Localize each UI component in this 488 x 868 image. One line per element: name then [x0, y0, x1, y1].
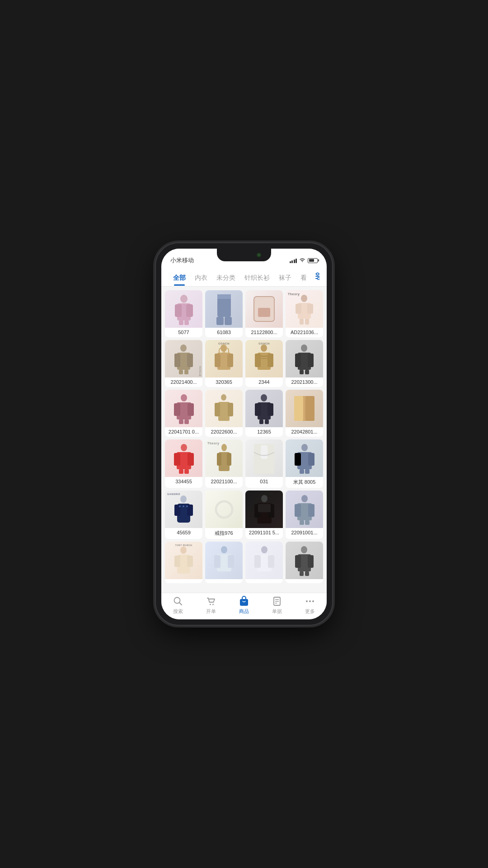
svg-rect-24 [300, 319, 304, 325]
product-card[interactable]: 米其 8005 [286, 439, 323, 488]
product-card[interactable]: Theory AD221036... [286, 290, 323, 337]
more-icon [305, 596, 315, 607]
product-card[interactable]: 22091101 5... [245, 491, 283, 539]
product-card[interactable]: SANDRO 45659 [165, 491, 202, 539]
tab-all[interactable]: 全部 [169, 269, 190, 286]
product-card[interactable] [205, 542, 243, 583]
nav-documents[interactable]: 单据 [261, 596, 294, 615]
svg-point-3 [317, 273, 319, 275]
nav-search-label: 搜索 [173, 608, 183, 615]
svg-point-20 [301, 295, 307, 302]
nav-documents-label: 单据 [272, 608, 282, 615]
svg-rect-80 [261, 445, 267, 459]
svg-point-5 [318, 278, 320, 280]
product-id [286, 579, 323, 583]
svg-rect-71 [174, 453, 180, 466]
tab-socks[interactable]: 袜子 [274, 269, 296, 286]
product-card[interactable]: ICICLE 22021400... [165, 340, 202, 387]
nav-order[interactable]: 开单 [194, 596, 227, 615]
svg-point-87 [180, 495, 187, 503]
product-card[interactable]: 22041701 0... [165, 390, 202, 437]
svg-point-111 [221, 546, 227, 553]
product-card[interactable]: 12365 [245, 390, 283, 437]
svg-rect-117 [254, 555, 261, 568]
product-card[interactable]: 22021300... [286, 340, 323, 387]
svg-rect-62 [255, 403, 261, 416]
svg-rect-73 [179, 469, 183, 474]
svg-point-95 [216, 501, 232, 518]
nav-search[interactable]: 搜索 [161, 596, 194, 615]
svg-point-134 [306, 600, 308, 602]
svg-rect-123 [300, 571, 304, 576]
svg-rect-23 [307, 304, 313, 314]
product-id: 031 [245, 477, 283, 486]
product-id: 22021300... [286, 377, 323, 387]
product-id: 22091101 5... [245, 528, 283, 538]
svg-rect-68 [305, 396, 314, 421]
product-id: 5077 [165, 328, 202, 337]
product-id: 45659 [165, 528, 202, 538]
svg-line-126 [179, 603, 182, 605]
product-card[interactable]: 5077 [165, 290, 202, 337]
product-id: 61083 [205, 328, 243, 337]
product-id [205, 579, 243, 583]
svg-point-75 [221, 444, 227, 451]
search-icon [173, 596, 183, 607]
svg-point-92 [183, 505, 184, 507]
product-id: 22022600... [205, 427, 243, 437]
svg-rect-74 [184, 469, 189, 474]
tab-underwear[interactable]: 内衣 [190, 269, 212, 286]
product-id: 12365 [245, 427, 283, 437]
product-card[interactable]: COACH 2344 [245, 340, 283, 387]
product-grid-scroll[interactable]: 5077 61083 [161, 287, 327, 593]
svg-rect-49 [305, 370, 309, 374]
svg-rect-106 [305, 520, 310, 525]
product-card[interactable]: Theory 22021100... [205, 439, 243, 488]
svg-point-60 [261, 394, 267, 401]
product-id: 320365 [205, 377, 243, 387]
svg-rect-104 [308, 504, 314, 517]
product-card[interactable]: 戒指976 [205, 491, 243, 539]
product-id: 22041701 0... [165, 427, 202, 437]
svg-rect-118 [268, 555, 274, 568]
product-card[interactable] [286, 542, 323, 583]
svg-rect-105 [300, 520, 304, 525]
nav-products[interactable]: 商品 [227, 596, 260, 615]
product-card[interactable]: 031 [245, 439, 283, 488]
product-card[interactable]: TORY BURCH [165, 542, 202, 583]
svg-rect-19 [258, 308, 270, 317]
nav-more[interactable]: 更多 [294, 596, 327, 615]
product-id: 戒指976 [205, 528, 243, 539]
svg-rect-55 [184, 420, 189, 424]
product-card[interactable]: 22042801... [286, 390, 323, 437]
svg-rect-100 [258, 504, 271, 512]
product-card[interactable]: 61083 [205, 290, 243, 337]
product-card[interactable]: 22022600... [205, 390, 243, 437]
svg-rect-53 [188, 403, 194, 416]
svg-rect-114 [228, 555, 234, 568]
svg-rect-46 [295, 354, 301, 367]
svg-rect-13 [217, 294, 231, 299]
svg-rect-103 [295, 504, 301, 517]
svg-rect-72 [188, 453, 194, 466]
tab-knit[interactable]: 针织长衫 [240, 269, 274, 286]
product-card[interactable] [245, 542, 283, 583]
svg-point-93 [186, 505, 188, 507]
product-card[interactable]: 334455 [165, 439, 202, 488]
svg-rect-122 [308, 555, 314, 568]
svg-rect-10 [179, 321, 183, 325]
tab-uncategorized[interactable]: 未分类 [212, 269, 240, 286]
svg-rect-124 [305, 571, 309, 576]
product-id: 22091001... [286, 528, 323, 538]
svg-rect-59 [228, 403, 233, 416]
carrier-label: 小米移动 [170, 256, 194, 264]
svg-rect-83 [295, 453, 301, 466]
filter-icon[interactable] [311, 269, 319, 286]
tab-view[interactable]: 看 [296, 269, 311, 286]
product-card[interactable]: COACH 320365 [205, 340, 243, 387]
svg-rect-11 [184, 321, 189, 325]
product-card[interactable]: 22091001... [286, 491, 323, 539]
product-card[interactable]: 21122800... [245, 290, 283, 337]
nav-more-label: 更多 [305, 608, 315, 615]
product-id [165, 579, 202, 583]
